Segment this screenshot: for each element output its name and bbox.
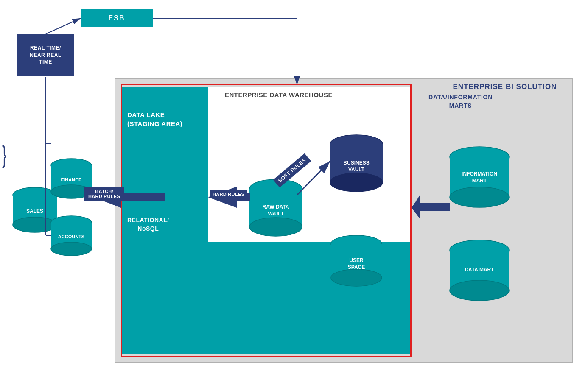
relational-label: RELATIONAL/NoSQL	[127, 216, 169, 233]
svg-line-39	[46, 18, 81, 34]
svg-text:SALES: SALES	[26, 208, 43, 214]
esb-label: ESB	[109, 14, 125, 22]
edw-label: ENTERPRISE DATA WAREHOUSE	[225, 91, 333, 98]
esb-box: ESB	[81, 9, 153, 27]
realtime-box: REAL TIME/NEAR REALTIME	[17, 34, 74, 76]
svg-point-7	[51, 159, 92, 172]
realtime-label: REAL TIME/NEAR REALTIME	[30, 45, 62, 66]
svg-text:FINANCE: FINANCE	[61, 177, 82, 182]
svg-point-11	[51, 216, 92, 229]
svg-point-5	[13, 217, 57, 232]
enterprise-bi-label: ENTERPRISE BI SOLUTION	[433, 83, 577, 91]
svg-rect-4	[13, 195, 57, 225]
data-lake-label: DATA LAKE(STAGING AREA)	[127, 110, 182, 128]
hard-rules-label: HARD RULES	[210, 190, 247, 198]
svg-point-3	[13, 187, 57, 203]
svg-rect-12	[51, 223, 92, 249]
edw-teal-region	[208, 242, 412, 354]
svg-text:ACCOUNTS: ACCOUNTS	[58, 234, 84, 239]
diagram-container: ESB REAL TIME/NEAR REALTIME ENTERPRISE B…	[0, 0, 588, 385]
curly-brace: }	[2, 140, 6, 169]
batch-rules-label: BATCH/HARD RULES	[84, 187, 124, 201]
svg-point-13	[51, 242, 92, 256]
marts-label: DATA/INFORMATIONMARTS	[428, 93, 493, 110]
marts-region	[420, 87, 566, 354]
